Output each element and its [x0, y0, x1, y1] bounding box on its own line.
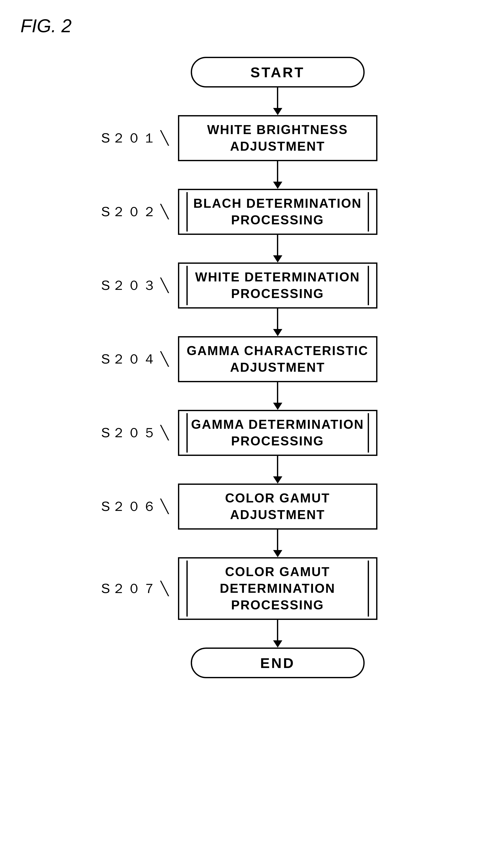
- flowchart: START S２０１╲ WHITE BRIGHTNESSADJUSTMENT: [72, 57, 484, 678]
- s202-wrapper: S２０２╲ BLACH DETERMINATIONPROCESSING: [163, 189, 393, 235]
- start-label: START: [250, 64, 305, 81]
- arrow-7-end: [273, 620, 282, 648]
- start-node-wrapper: START: [163, 57, 393, 88]
- s206-row: S２０６╲ COLOR GAMUTADJUSTMENT: [163, 483, 393, 530]
- s205-label: S２０５╲: [101, 424, 171, 442]
- s207-row: S２０７╲ COLOR GAMUTDETERMINATIONPROCESSING: [163, 557, 393, 620]
- s205-box: GAMMA DETERMINATIONPROCESSING: [178, 410, 377, 456]
- arrow-5-6: [273, 456, 282, 483]
- s203-label: S２０３╲: [101, 277, 171, 295]
- end-node-wrapper: END: [163, 648, 393, 678]
- arrow-0-1: [273, 88, 282, 115]
- figure-label: FIG. 2: [20, 15, 484, 36]
- end-terminal: END: [191, 648, 365, 678]
- s202-row: S２０２╲ BLACH DETERMINATIONPROCESSING: [163, 189, 393, 235]
- arrow-2-3: [273, 235, 282, 263]
- s203-text: WHITE DETERMINATIONPROCESSING: [195, 269, 360, 302]
- start-row: START: [163, 57, 393, 88]
- s201-box: WHITE BRIGHTNESSADJUSTMENT: [178, 115, 377, 161]
- s202-text: BLACH DETERMINATIONPROCESSING: [193, 195, 362, 228]
- s206-label: S２０６╲: [101, 497, 171, 515]
- s207-text: COLOR GAMUTDETERMINATIONPROCESSING: [220, 564, 336, 614]
- start-terminal: START: [191, 57, 365, 88]
- arrow-3-4: [273, 309, 282, 336]
- s202-box: BLACH DETERMINATIONPROCESSING: [178, 189, 377, 235]
- s205-row: S２０５╲ GAMMA DETERMINATIONPROCESSING: [163, 410, 393, 456]
- s204-row: S２０４╲ GAMMA CHARACTERISTICADJUSTMENT: [163, 336, 393, 382]
- arrow-6-7: [273, 530, 282, 557]
- s204-wrapper: S２０４╲ GAMMA CHARACTERISTICADJUSTMENT: [163, 336, 393, 382]
- s206-box: COLOR GAMUTADJUSTMENT: [178, 483, 377, 530]
- s201-label: S２０１╲: [101, 129, 171, 147]
- s203-box: WHITE DETERMINATIONPROCESSING: [178, 263, 377, 309]
- end-row: END: [163, 648, 393, 678]
- s205-wrapper: S２０５╲ GAMMA DETERMINATIONPROCESSING: [163, 410, 393, 456]
- s202-label: S２０２╲: [101, 203, 171, 221]
- s207-wrapper: S２０７╲ COLOR GAMUTDETERMINATIONPROCESSING: [163, 557, 393, 620]
- end-label: END: [260, 655, 295, 671]
- s206-text: COLOR GAMUTADJUSTMENT: [225, 490, 330, 523]
- s201-text: WHITE BRIGHTNESSADJUSTMENT: [207, 122, 348, 155]
- s207-label: S２０７╲: [101, 580, 171, 598]
- page: FIG. 2 START S２０１╲ WHITE BRIGHTNESSADJUS…: [0, 0, 504, 844]
- s204-box: GAMMA CHARACTERISTICADJUSTMENT: [178, 336, 377, 382]
- s201-wrapper: S２０１╲ WHITE BRIGHTNESSADJUSTMENT: [163, 115, 393, 161]
- s206-wrapper: S２０６╲ COLOR GAMUTADJUSTMENT: [163, 483, 393, 530]
- s201-row: S２０１╲ WHITE BRIGHTNESSADJUSTMENT: [163, 115, 393, 161]
- s203-wrapper: S２０３╲ WHITE DETERMINATIONPROCESSING: [163, 263, 393, 309]
- s204-text: GAMMA CHARACTERISTICADJUSTMENT: [187, 342, 368, 376]
- s207-box: COLOR GAMUTDETERMINATIONPROCESSING: [178, 557, 377, 620]
- arrow-1-2: [273, 161, 282, 189]
- arrow-4-5: [273, 382, 282, 410]
- s205-text: GAMMA DETERMINATIONPROCESSING: [191, 416, 364, 450]
- s204-label: S２０４╲: [101, 350, 171, 368]
- s203-row: S２０３╲ WHITE DETERMINATIONPROCESSING: [163, 263, 393, 309]
